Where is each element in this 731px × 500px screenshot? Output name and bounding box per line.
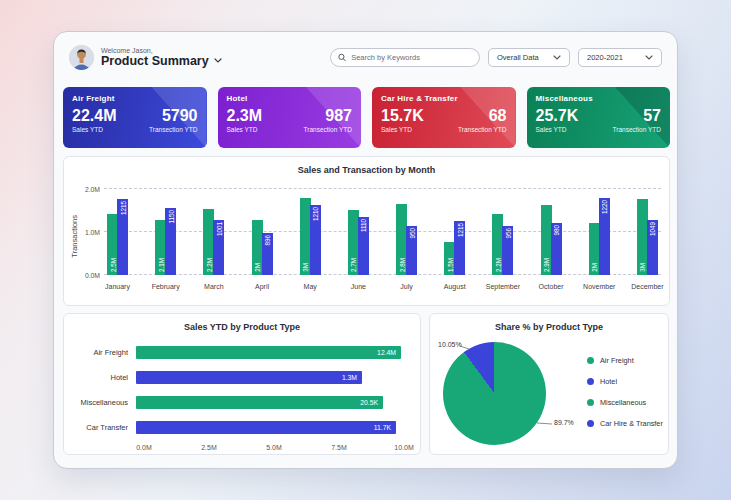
kpi-card-air-freight[interactable]: Air Freight 22.4M5790 Sales YTDTransecti… xyxy=(63,87,207,148)
bar-track: 20.5K xyxy=(136,396,408,409)
bar-value-label: 2.5M xyxy=(109,258,116,272)
sales-ytd-value: 2.3M xyxy=(227,107,263,125)
sales-ytd-value: 15.7K xyxy=(381,107,424,125)
bar-value-label: 2.1M xyxy=(157,258,164,272)
legend-item-car-hire-and-transfer[interactable]: Car Hire & Transfer xyxy=(587,419,663,428)
x-axis-label-may: May xyxy=(304,283,317,290)
x-axis-tick: 0.0M xyxy=(136,444,152,451)
transactions-bar-july[interactable]: 950 xyxy=(406,226,417,275)
x-axis-label-february: February xyxy=(152,283,180,290)
bar-track: 1.3M xyxy=(136,371,408,384)
bar-value-label: 2.8M xyxy=(398,258,405,272)
bar-track: 12.4M xyxy=(136,346,408,359)
legend-dot xyxy=(587,399,594,406)
x-axis-label-july: July xyxy=(400,283,412,290)
x-axis-tick: 7.5M xyxy=(331,444,347,451)
bar-value-label: 2M xyxy=(591,263,598,272)
bar-value-label: 2.7M xyxy=(350,258,357,272)
x-axis-tick: 2.5M xyxy=(201,444,217,451)
bar-value-label: 11.7K xyxy=(374,424,391,431)
transactions-bar-september[interactable]: 956 xyxy=(502,226,513,275)
legend-label: Miscellaneous xyxy=(600,398,646,407)
x-axis-tick: 5.0M xyxy=(266,444,282,451)
category-label: Air Freight xyxy=(74,348,136,357)
transaction-ytd-value: 987 xyxy=(325,107,352,125)
header-controls: Overall Data 2020-2021 xyxy=(330,48,662,67)
bar-value-label: 2.9M xyxy=(543,258,550,272)
monthly-sales-chart-card: Sales and Transaction by Month Transacti… xyxy=(63,156,670,306)
category-label: Hotel xyxy=(74,373,136,382)
x-axis-label-november: November xyxy=(583,283,615,290)
transactions-bar-june[interactable]: 1110 xyxy=(358,217,369,275)
bar-group-august: 1.5M1215August xyxy=(443,187,466,275)
x-axis-label-august: August xyxy=(444,283,466,290)
avatar-photo xyxy=(69,45,94,70)
x-axis-label-march: March xyxy=(204,283,223,290)
transactions-bar-october[interactable]: 980 xyxy=(551,223,562,275)
data-scope-dropdown[interactable]: Overall Data xyxy=(488,48,570,67)
transactions-bar-february[interactable]: 1150 xyxy=(165,208,176,275)
bar-value-label: 1110 xyxy=(360,219,367,232)
hbar-air-freight[interactable]: 12.4M xyxy=(136,346,401,359)
x-axis-label-january: January xyxy=(105,283,130,290)
chart-title: Sales YTD by Product Type xyxy=(64,314,420,332)
search-input[interactable] xyxy=(351,53,472,62)
bar-group-september: 2.2M956September xyxy=(491,187,514,275)
bar-group-july: 2.8M950July xyxy=(395,187,418,275)
bar-group-may: 3M1210May xyxy=(299,187,322,275)
greeting-block: Welcome Jason, Product Summary xyxy=(101,47,222,68)
transactions-bar-march[interactable]: 1001 xyxy=(213,220,224,275)
share-by-product-chart-card: Share % by Product Type 10.05% 89.7% Air… xyxy=(429,313,669,455)
bar-value-label: 980 xyxy=(553,225,560,236)
hbar-hotel[interactable]: 1.3M xyxy=(136,371,362,384)
legend-label: Car Hire & Transfer xyxy=(600,419,663,428)
x-axis-label-june: June xyxy=(351,283,366,290)
bar-group-march: 2.2M1001March xyxy=(202,187,225,275)
kpi-card-hotel[interactable]: Hotel 2.3M987 Sales YTDTransection YTD xyxy=(218,87,362,148)
legend-dot xyxy=(587,378,594,385)
bar-track: 11.7K xyxy=(136,421,408,434)
avatar[interactable] xyxy=(69,45,94,70)
bar-value-label: 896 xyxy=(264,235,271,246)
transactions-bar-april[interactable]: 896 xyxy=(262,233,273,275)
pie-label-hotel-share: 10.05% xyxy=(438,341,462,348)
hbar-car-transfer[interactable]: 11.7K xyxy=(136,421,396,434)
page-title[interactable]: Product Summary xyxy=(101,54,222,68)
monthly-bars: 2.5M1215January2.1M1150February2.2M1001M… xyxy=(106,187,659,275)
bar-group-june: 2.7M1110June xyxy=(347,187,370,275)
kpi-card-car-hire[interactable]: Car Hire & Transfer 15.7K68 Sales YTDTra… xyxy=(372,87,516,148)
legend-item-air-freight[interactable]: Air Freight xyxy=(587,356,663,365)
hbar-miscellaneous[interactable]: 20.5K xyxy=(136,396,383,409)
legend-dot xyxy=(587,357,594,364)
chevron-down-icon xyxy=(214,58,222,63)
bar-group-october: 2.9M980October xyxy=(540,187,563,275)
hbar-rows: Air Freight12.4MHotel1.3MMiscellaneous20… xyxy=(74,340,408,440)
dashboard-panel: Welcome Jason, Product Summary Overall D… xyxy=(53,31,678,469)
transactions-bar-december[interactable]: 1049 xyxy=(647,220,658,275)
bar-value-label: 2.2M xyxy=(494,258,501,272)
bar-value-label: 12.4M xyxy=(377,349,396,356)
transactions-bar-august[interactable]: 1215 xyxy=(454,221,465,275)
kpi-card-miscellaneous[interactable]: Miscellaneous 25.7K57 Sales YTDTransecti… xyxy=(527,87,671,148)
category-label: Car Transfer xyxy=(74,423,136,432)
search-box[interactable] xyxy=(330,48,480,67)
x-axis-label-december: December xyxy=(631,283,663,290)
pie-chart[interactable] xyxy=(443,342,546,445)
sales-by-product-chart-card: Sales YTD by Product Type Air Freight12.… xyxy=(63,313,421,455)
bar-value-label: 2M xyxy=(254,263,261,272)
bar-value-label: 1215 xyxy=(119,201,126,215)
bar-value-label: 1.5M xyxy=(446,258,453,272)
legend-item-hotel[interactable]: Hotel xyxy=(587,377,663,386)
x-axis-label-october: October xyxy=(539,283,564,290)
transactions-bar-may[interactable]: 1210 xyxy=(310,205,321,275)
bar-value-label: 950 xyxy=(408,228,415,239)
x-axis-label-september: September xyxy=(486,283,520,290)
sales-ytd-value: 25.7K xyxy=(536,107,579,125)
bar-value-label: 1220 xyxy=(601,200,608,214)
transaction-ytd-value: 5790 xyxy=(162,107,198,125)
transactions-bar-november[interactable]: 1220 xyxy=(599,198,610,275)
year-range-dropdown[interactable]: 2020-2021 xyxy=(578,48,662,67)
legend-item-miscellaneous[interactable]: Miscellaneous xyxy=(587,398,663,407)
transactions-bar-january[interactable]: 1215 xyxy=(117,199,128,275)
header: Welcome Jason, Product Summary Overall D… xyxy=(69,43,662,71)
